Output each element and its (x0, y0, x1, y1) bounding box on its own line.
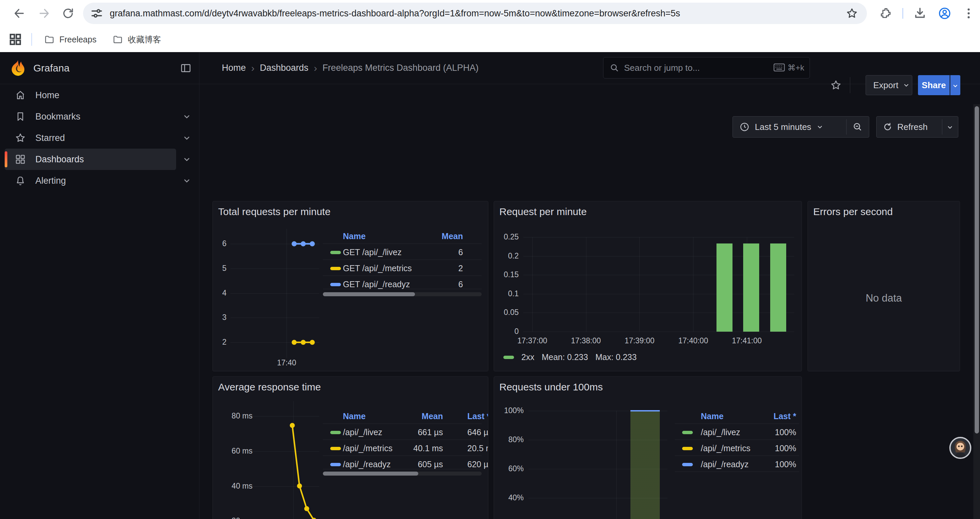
url-text[interactable]: grafana.mathmast.com/d/deytv4rwavabkb/fr… (110, 8, 841, 19)
search-input[interactable]: Search or jump to... ⌘+k (603, 57, 810, 78)
legend-max: Max: 0.233 (595, 352, 637, 362)
panel-title[interactable]: Errors per second (813, 206, 892, 217)
grafana-logo-icon[interactable] (10, 59, 27, 77)
bell-icon (15, 175, 26, 186)
sidebar-item-label: Dashboards (35, 154, 84, 164)
legend-column-header[interactable]: Last * (696, 412, 796, 421)
bar-2xx (716, 243, 732, 332)
sidebar-item-starred[interactable]: Starred (5, 127, 176, 149)
legend-series-dash (330, 447, 341, 450)
kebab-menu-icon[interactable] (962, 7, 975, 20)
y-tick-label: 0.2 (494, 251, 519, 260)
panel-requests-under-100ms: Requests under 100ms 100%80%60%40%20%0%1… (494, 376, 802, 519)
sidebar-item-home[interactable]: Home (5, 85, 176, 106)
url-bar[interactable]: grafana.mathmast.com/d/deytv4rwavabkb/fr… (83, 3, 867, 24)
brand-title[interactable]: Grafana (33, 52, 69, 84)
download-icon[interactable] (913, 7, 927, 20)
sidebar-item-label: Alerting (35, 176, 66, 186)
forward-icon[interactable] (37, 7, 51, 20)
panel-title[interactable]: Requests under 100ms (500, 382, 603, 393)
legend-name[interactable]: 2xx (521, 352, 535, 362)
legend-mean: Mean: 0.233 (542, 352, 588, 362)
zoom-out-icon[interactable] (852, 121, 863, 132)
extensions-icon[interactable] (879, 7, 892, 20)
scrollbar-thumb[interactable] (975, 106, 979, 433)
legend-column-header[interactable]: Mean (363, 232, 463, 241)
sidebar-item-alerting[interactable]: Alerting (5, 170, 176, 192)
chevron-down-icon[interactable] (182, 133, 192, 143)
breadcrumb-separator: › (251, 62, 255, 74)
legend-series-dash (682, 463, 693, 466)
legend-row-separator (675, 471, 799, 472)
home-icon (15, 89, 26, 101)
legend-row-separator (323, 423, 482, 424)
timepicker-divider (846, 119, 846, 134)
legend-value: 40.1 ms (343, 444, 443, 453)
breadcrumb-link[interactable]: Home (222, 63, 246, 73)
back-icon[interactable] (13, 7, 26, 20)
folder-icon (44, 34, 55, 45)
top-navbar: Home›Dashboards›Freeleaps Metrics Dashbo… (199, 52, 980, 84)
chevron-down-icon[interactable] (182, 154, 192, 164)
assistant-avatar[interactable] (949, 437, 971, 459)
y-tick-label: 100% (494, 406, 524, 415)
share-label: Share (922, 80, 946, 91)
bookmark-item[interactable]: Freeleaps (44, 34, 96, 45)
legend-row-separator (323, 455, 482, 456)
x-gridline (532, 237, 533, 332)
breadcrumb: Home›Dashboards›Freeleaps Metrics Dashbo… (222, 52, 479, 84)
grafana-app: Grafana HomeBookmarksStarredDashboardsAl… (0, 52, 980, 519)
legend-row-separator (323, 243, 482, 244)
y-tick-label: 80% (494, 435, 524, 444)
legend-series-dash (682, 431, 693, 434)
chevron-down-icon[interactable] (182, 112, 192, 121)
panel-average-response-time: Average response time 80 ms60 ms40 ms20 … (213, 376, 488, 519)
chevron-down-icon[interactable] (182, 176, 192, 186)
legend-value: 605 µs (343, 460, 443, 469)
page-scrollbar[interactable] (973, 104, 980, 519)
browser-toolbar: grafana.mathmast.com/d/deytv4rwavabkb/fr… (0, 0, 980, 27)
share-dropdown-button[interactable] (950, 75, 960, 95)
sidebar: Grafana HomeBookmarksStarredDashboardsAl… (0, 52, 199, 519)
chevron-down-icon[interactable] (946, 123, 954, 131)
toolbar-divider (902, 8, 903, 19)
bookmark-item[interactable]: 收藏博客 (112, 34, 161, 45)
bookmark-icon (15, 111, 26, 122)
legend-scrollbar-thumb[interactable] (323, 292, 415, 296)
sidebar-item-label: Home (35, 90, 59, 101)
y-tick-label: 0.15 (494, 270, 519, 279)
legend-scrollbar-thumb[interactable] (323, 471, 418, 476)
chevron-down-icon (816, 123, 824, 131)
export-label: Export (873, 80, 898, 91)
reload-icon[interactable] (61, 7, 75, 20)
sidebar-item-bookmarks[interactable]: Bookmarks (5, 106, 176, 127)
legend-value: 100% (696, 460, 796, 469)
share-button[interactable]: Share (918, 75, 950, 95)
legend-row-separator (675, 439, 799, 440)
bar-2xx (743, 243, 759, 332)
sidebar-toggle-icon[interactable] (180, 62, 191, 74)
time-range-picker[interactable]: Last 5 minutes (732, 116, 869, 137)
panel-title[interactable]: Request per minute (500, 206, 587, 217)
legend-column-header[interactable]: Last * (467, 412, 488, 421)
legend-value: 100% (696, 444, 796, 453)
y-tick-label: 0.05 (494, 308, 519, 317)
breadcrumb-link[interactable]: Dashboards (260, 63, 309, 73)
legend-column-header[interactable]: Name (343, 232, 366, 241)
area-top-line (630, 410, 660, 412)
no-data-text: No data (808, 292, 960, 304)
apps-grid-icon[interactable] (8, 32, 23, 47)
site-settings-icon[interactable] (90, 6, 104, 21)
sidebar-item-dashboards[interactable]: Dashboards (5, 149, 176, 170)
profile-icon[interactable] (938, 7, 951, 20)
export-button[interactable]: Export (865, 75, 912, 95)
refresh-button[interactable]: Refresh (876, 116, 958, 137)
y-tick-label: 60% (494, 464, 524, 473)
x-tick-label: 17:41:00 (713, 336, 780, 345)
favorite-star-icon[interactable] (830, 79, 842, 91)
legend-column-header[interactable]: Mean (343, 412, 443, 421)
x-gridline (693, 237, 694, 332)
legend-series-dash (330, 251, 341, 254)
bookmark-star-icon[interactable] (846, 7, 858, 20)
bookmark-label: Freeleaps (59, 35, 96, 45)
